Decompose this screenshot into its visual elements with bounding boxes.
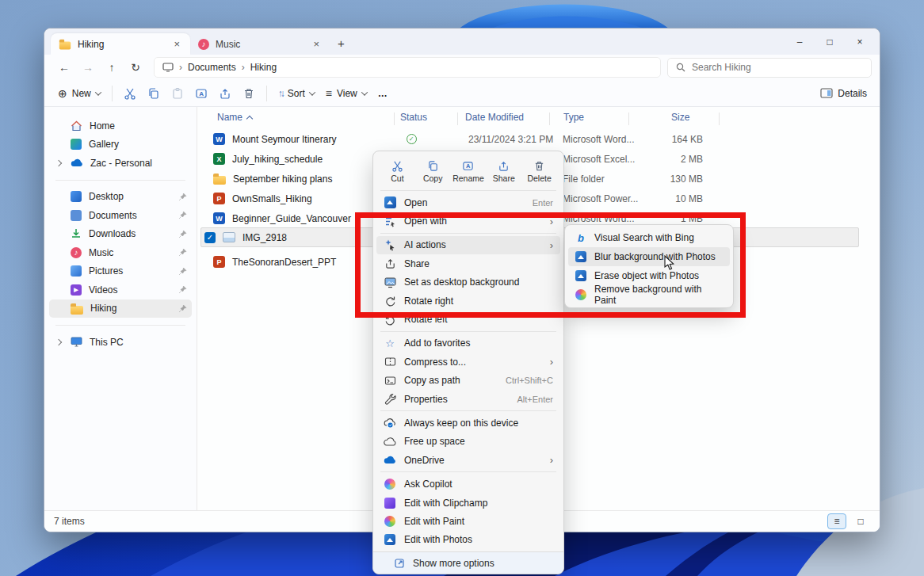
- chevron-right-icon[interactable]: [55, 160, 62, 166]
- menu-item-always-keep[interactable]: Always keep on this device: [376, 414, 560, 432]
- more-options-button[interactable]: …: [372, 85, 394, 102]
- column-header-date[interactable]: Date Modified: [465, 112, 524, 123]
- file-type: Microsoft Excel...: [563, 154, 635, 165]
- pin-icon: [178, 267, 187, 276]
- sidebar-item-home[interactable]: Home: [49, 116, 192, 135]
- close-button[interactable]: ×: [848, 33, 872, 51]
- file-size: 2 MB: [638, 154, 703, 165]
- sidebar-divider: [55, 325, 185, 326]
- view-button[interactable]: ≡ View: [320, 84, 372, 103]
- sidebar-item-desktop[interactable]: Desktop: [49, 188, 192, 207]
- chevron-right-icon[interactable]: [55, 339, 62, 345]
- show-more-icon: [394, 558, 405, 569]
- menu-item-properties[interactable]: Properties Alt+Enter: [376, 390, 560, 408]
- folder-icon: [59, 42, 71, 50]
- tab-label: Music: [216, 39, 304, 50]
- column-separator[interactable]: [628, 113, 629, 125]
- cut-button[interactable]: [118, 84, 142, 103]
- sidebar-item-onedrive[interactable]: Zac - Personal: [49, 154, 192, 173]
- copilot-icon: [384, 479, 395, 490]
- menu-item-copy-path[interactable]: Copy as path Ctrl+Shift+C: [376, 372, 560, 390]
- menu-item-open[interactable]: Open Enter: [376, 193, 560, 212]
- cloud-check-icon: [384, 418, 396, 428]
- menu-item-free-up-space[interactable]: Free up space: [376, 433, 560, 451]
- tab-hiking[interactable]: Hiking ×: [51, 33, 190, 55]
- column-header-size[interactable]: Size: [671, 112, 689, 123]
- sidebar-item-thispc[interactable]: This PC: [49, 333, 192, 352]
- copy-quick-button[interactable]: Copy: [416, 155, 449, 187]
- share-button[interactable]: [213, 84, 237, 103]
- breadcrumb[interactable]: › Documents › Hiking: [154, 57, 661, 78]
- share-quick-button[interactable]: Share: [487, 155, 521, 187]
- forward-button[interactable]: →: [76, 57, 100, 78]
- sidebar-label: Pictures: [89, 265, 171, 277]
- star-icon: ☆: [385, 338, 395, 349]
- view-label: View: [337, 88, 357, 99]
- details-pane-button[interactable]: Details: [815, 85, 872, 102]
- new-tab-button[interactable]: +: [330, 35, 353, 55]
- breadcrumb-documents[interactable]: Documents: [188, 62, 236, 73]
- sort-button[interactable]: ↑↓ Sort: [273, 85, 320, 102]
- details-view-button[interactable]: ≡: [827, 513, 846, 529]
- column-header-name[interactable]: Name: [217, 112, 252, 123]
- back-button[interactable]: ←: [52, 57, 76, 78]
- file-size: 164 KB: [638, 134, 703, 145]
- sidebar-item-gallery[interactable]: Gallery: [49, 135, 192, 154]
- menu-item-ask-copilot[interactable]: Ask Copilot: [376, 475, 560, 493]
- sort-label: Sort: [288, 88, 305, 99]
- trash-icon: [533, 160, 545, 172]
- chevron-down-icon: [361, 89, 367, 95]
- sidebar-item-documents[interactable]: Documents: [49, 206, 192, 225]
- large-icons-view-button[interactable]: □: [851, 513, 870, 529]
- breadcrumb-hiking[interactable]: Hiking: [250, 62, 277, 73]
- file-type: Microsoft Word...: [563, 134, 634, 145]
- sidebar-label: Hiking: [90, 303, 171, 314]
- sidebar-item-pictures[interactable]: Pictures: [49, 262, 192, 281]
- new-button[interactable]: ⊕ New: [52, 84, 106, 103]
- column-separator[interactable]: [457, 113, 458, 125]
- location-icon: [162, 63, 174, 72]
- paste-button[interactable]: [166, 84, 189, 103]
- menu-item-onedrive[interactable]: OneDrive ›: [376, 451, 560, 469]
- menu-item-compress[interactable]: Compress to... ›: [376, 353, 560, 371]
- minimize-button[interactable]: –: [788, 33, 811, 51]
- tab-close-icon[interactable]: ×: [311, 38, 322, 50]
- rename-quick-button[interactable]: A Rename: [452, 155, 485, 187]
- column-separator[interactable]: [394, 113, 395, 125]
- checkbox-checked-icon[interactable]: ✓: [204, 232, 216, 243]
- cut-quick-button[interactable]: Cut: [380, 155, 414, 187]
- desktop-icon: [71, 191, 82, 202]
- sidebar-item-videos[interactable]: ▶ Videos: [49, 280, 192, 299]
- ellipsis-icon: …: [378, 88, 388, 99]
- search-box[interactable]: Search Hiking: [667, 58, 872, 78]
- delete-quick-button[interactable]: Delete: [523, 155, 556, 187]
- menu-item-edit-photos[interactable]: Edit with Photos: [376, 531, 560, 549]
- menu-item-show-more-options[interactable]: Show more options: [373, 551, 563, 574]
- column-separator[interactable]: [549, 113, 550, 125]
- wrench-icon: [384, 393, 396, 405]
- trash-icon: [242, 87, 255, 100]
- copy-button[interactable]: [142, 84, 166, 103]
- sidebar-item-music[interactable]: ♪ Music: [49, 243, 192, 262]
- tab-close-icon[interactable]: ×: [171, 38, 182, 50]
- column-header-status[interactable]: Status: [400, 112, 427, 123]
- menu-separator: [380, 331, 556, 332]
- sidebar-item-hiking[interactable]: Hiking: [49, 299, 192, 319]
- column-separator[interactable]: [719, 113, 720, 125]
- menu-item-edit-paint[interactable]: Edit with Paint: [376, 512, 560, 530]
- delete-button[interactable]: [237, 84, 261, 103]
- pin-icon: [178, 211, 187, 219]
- column-header-type[interactable]: Type: [563, 112, 584, 123]
- sidebar-item-downloads[interactable]: Downloads: [49, 225, 192, 244]
- toolbar-separator: [112, 86, 113, 101]
- crumb-separator-icon: ›: [242, 62, 245, 73]
- maximize-button[interactable]: □: [818, 33, 842, 51]
- rename-button[interactable]: A: [189, 84, 213, 103]
- menu-item-edit-clipchamp[interactable]: Edit with Clipchamp: [376, 494, 560, 512]
- refresh-button[interactable]: ↻: [124, 57, 147, 78]
- up-button[interactable]: ↑: [100, 57, 124, 78]
- item-count: 7 items: [54, 516, 85, 527]
- tab-music[interactable]: ♪ Music ×: [190, 33, 330, 55]
- menu-item-add-favorites[interactable]: ☆ Add to favorites: [376, 334, 560, 353]
- file-row-mount-seymour[interactable]: WMount Seymour Itinerary ✓ 23/11/2024 3:…: [200, 129, 859, 149]
